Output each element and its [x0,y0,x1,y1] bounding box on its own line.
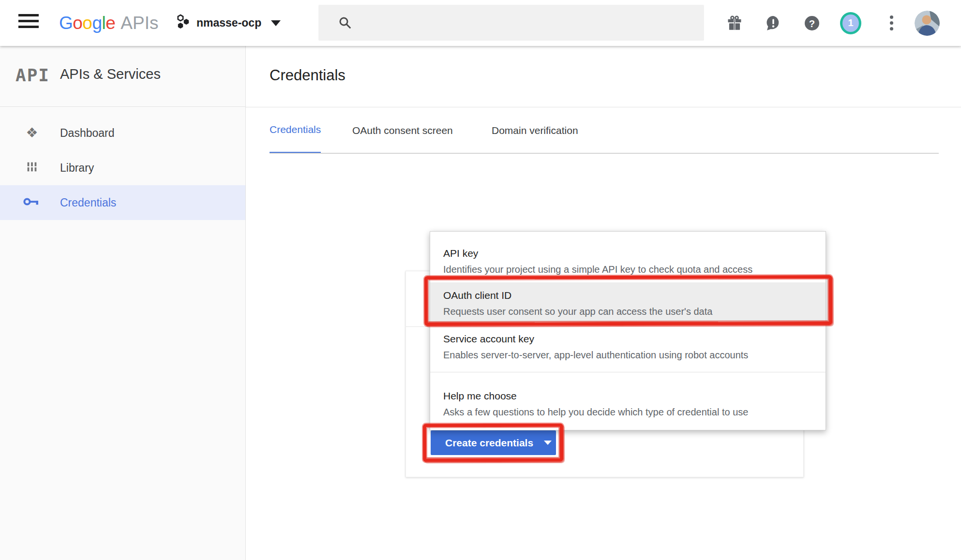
service-account-key-menu-item[interactable]: Service account key Enables server-to-se… [430,323,826,371]
menu-item-title: Service account key [443,332,826,346]
logo-letter: g [92,13,102,33]
chevron-down-icon [544,441,552,445]
sidebar-header: API APIs & Services [0,46,245,107]
svg-text:?: ? [809,18,815,29]
google-apis-logo[interactable]: G o o g l e APIs [59,0,158,46]
project-hexagons-icon [175,14,191,32]
logo-letter: G [59,13,73,33]
library-icon [22,160,42,176]
search-bar[interactable] [318,5,704,41]
app-bar: G o o g l e APIs nmasse-ocp [0,0,961,46]
sidebar-item-label: Credentials [60,196,116,209]
logo-letter: l [102,13,106,33]
notification-count: 1 [840,12,861,34]
menu-item-description: Asks a few questions to help you decide … [443,405,826,419]
menu-item-title: OAuth client ID [443,288,826,303]
logo-suffix: APIs [120,13,158,33]
sidebar: API APIs & Services ❖ Dashboard Library [0,46,246,560]
menu-item-title: API key [443,246,826,261]
create-credentials-menu: API key Identifies your project using a … [430,231,826,430]
google-apis-console: G o o g l e APIs nmasse-ocp [0,0,961,560]
dashboard-icon: ❖ [22,126,42,140]
sidebar-item-library[interactable]: Library [0,150,245,185]
gift-icon[interactable] [724,0,745,46]
sidebar-title: APIs & Services [60,66,161,82]
sidebar-item-credentials[interactable]: Credentials [0,185,245,220]
feedback-icon[interactable] [763,0,784,46]
api-key-menu-item[interactable]: API key Identifies your project using a … [430,232,826,282]
key-icon [22,196,42,209]
help-icon[interactable]: ? [801,0,823,46]
oauth-client-id-menu-item[interactable]: OAuth client ID Requests user consent so… [430,282,826,323]
sidebar-item-dashboard[interactable]: ❖ Dashboard [0,116,245,150]
chevron-down-icon [271,20,281,26]
tab-oauth-consent-screen[interactable]: OAuth consent screen [352,107,453,154]
menu-item-description: Identifies your project using a simple A… [443,262,826,277]
sidebar-item-label: Library [60,162,94,175]
tab-divider [270,153,939,154]
menu-item-description: Requests user consent so your app can ac… [443,304,826,319]
sidebar-item-label: Dashboard [60,127,115,140]
overflow-menu-icon[interactable] [881,0,902,46]
logo-letter: o [82,13,92,33]
menu-item-description: Enables server-to-server, app-level auth… [443,348,826,362]
help-me-choose-menu-item[interactable]: Help me choose Asks a few questions to h… [430,372,826,430]
logo-letter: o [73,13,82,33]
search-input[interactable] [360,17,689,29]
sidebar-nav: ❖ Dashboard Library [0,107,245,220]
notifications-badge[interactable]: 1 [840,0,861,46]
api-product-logo: API [15,65,50,85]
menu-hamburger-icon[interactable] [18,14,39,31]
tab-credentials[interactable]: Credentials [270,107,321,154]
page-header: Credentials [246,46,961,107]
project-name: nmasse-ocp [196,16,261,29]
create-credentials-label: Create credentials [445,437,533,449]
search-icon [338,15,352,30]
page-title: Credentials [270,67,345,84]
create-credentials-button[interactable]: Create credentials [431,430,556,455]
avatar[interactable] [915,0,940,46]
tab-bar: Credentials OAuth consent screen Domain … [246,107,961,154]
logo-letter: e [105,13,115,33]
project-selector[interactable]: nmasse-ocp [175,0,281,46]
menu-item-title: Help me choose [443,389,826,403]
tab-domain-verification[interactable]: Domain verification [492,107,578,154]
